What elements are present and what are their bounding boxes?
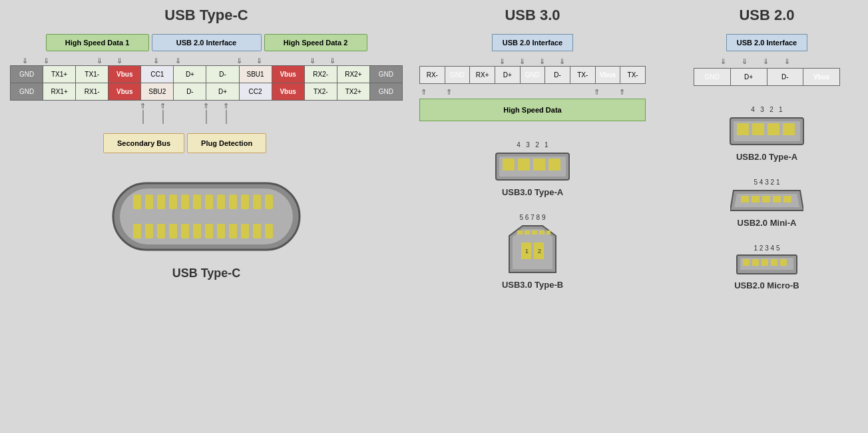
usb30-pin-rxp: RX+ [470,67,495,84]
svg-rect-21 [145,195,153,209]
usb30-typea-pin-numbers: 4 3 2 1 [517,141,548,149]
svg-rect-26 [205,195,213,209]
svg-text:⇓: ⇓ [329,57,335,65]
usb20-section: USB 2.0 USB 2.0 Interface ⇓ ⇓ ⇓ ⇓ GND D+… [652,7,868,426]
svg-rect-20 [133,195,141,209]
svg-text:1: 1 [525,248,529,254]
usb20-typea-connector: 4 3 2 1 USB2.0 Type-A [727,106,807,162]
pin-vbus-4: Vbus [272,83,304,101]
svg-text:⇓: ⇓ [236,57,242,65]
svg-text:⇓: ⇓ [175,57,181,65]
svg-rect-76 [752,123,764,135]
svg-text:⇓: ⇓ [763,57,769,65]
usb30-typea-svg [493,150,572,183]
svg-rect-84 [773,196,781,203]
svg-rect-88 [743,259,750,266]
svg-rect-75 [737,123,749,135]
usb20-arrows-top: ⇓ ⇓ ⇓ ⇓ [694,54,840,66]
pin-gnd-1: GND [11,66,43,83]
svg-text:⇓: ⇓ [153,57,159,65]
usb30-hs-label: High Speed Data [419,99,646,121]
pin-gnd-2: GND [369,66,402,83]
usb30-arrows-bottom: ⇑ ⇑ ⇑ ⇑ [419,84,646,99]
usb30-pin-txp: TX- [620,67,646,84]
svg-rect-30 [253,195,261,209]
svg-rect-85 [783,196,791,203]
svg-rect-89 [752,259,759,266]
usb30-pin-table: RX- GND RX+ D+ GND D- TX- Vbus TX- [419,66,646,84]
typec-connector-label: USB Type-C [172,266,241,280]
pin-gnd-4: GND [369,83,402,101]
typec-pin-row1: GND TX1+ TX1- Vbus CC1 D+ D- SBU1 Vbus R… [11,66,403,83]
pin-vbus-3: Vbus [108,83,141,101]
pin-dp-1: D+ [174,66,206,83]
usb30-title: USB 3.0 [505,7,560,24]
svg-text:⇓: ⇓ [519,57,525,65]
usb20-title: USB 2.0 [739,7,794,24]
svg-rect-91 [771,259,777,266]
usb20-pin-row: GND D+ D- Vbus [694,69,840,86]
usb30-pin-gnd2: GND [520,67,545,84]
typec-connector-svg [107,173,306,260]
pin-cc2: CC2 [239,83,272,101]
usb20-pin-wrapper: USB 2.0 Interface ⇓ ⇓ ⇓ ⇓ GND D+ D- Vbus [694,34,840,86]
svg-rect-62 [532,230,537,234]
usb20-microb-pin-numbers: 1 2 3 4 5 [754,244,780,252]
svg-text:2: 2 [538,248,541,254]
usb20-minia-pin-numbers: 5 4 3 2 1 [754,179,780,186]
svg-rect-92 [780,259,787,266]
usb20-minia-connector: 5 4 3 2 1 USB2.0 Mini-A [730,179,803,228]
typec-arrows-bottom: ⇑ ⇑ ⇑ ⇑ [10,101,403,131]
svg-rect-31 [265,195,273,209]
typec-connector-container: USB Type-C [107,173,306,280]
usb20-microb-name: USB2.0 Micro-B [734,280,799,290]
usb30-typea-connector: 4 3 2 1 USB3.0 Type-A [493,141,572,197]
pin-rx2p: RX2+ [337,66,369,83]
svg-marker-59 [513,229,552,269]
svg-rect-42 [253,224,261,238]
usb30-pin-dp: D+ [495,67,520,84]
svg-rect-54 [503,159,515,171]
pin-dp-2: D+ [206,83,239,101]
pin-cc1: CC1 [141,66,174,83]
svg-text:⇓: ⇓ [742,57,748,65]
svg-text:⇓: ⇓ [784,57,790,65]
usb30-pin-dm: D- [545,67,570,84]
svg-text:⇓: ⇓ [43,57,49,65]
pin-dm-2: D- [174,83,206,101]
svg-rect-29 [241,195,249,209]
pin-gnd-3: GND [11,83,43,101]
usb30-pin-vbus: Vbus [595,67,620,84]
pin-rx2m: RX2- [304,66,337,83]
svg-text:⇑: ⇑ [140,102,146,110]
svg-text:⇓: ⇓ [720,57,726,65]
secondary-bus-label: Secondary Bus [103,133,184,153]
svg-rect-25 [193,195,201,209]
usb30-pin-gnd1: GND [445,67,470,84]
svg-rect-23 [169,195,177,209]
svg-rect-34 [157,224,165,238]
usb20-pin-vbus: Vbus [803,69,840,86]
usb30-pin-txm: TX- [570,67,595,84]
svg-rect-22 [157,195,165,209]
svg-rect-78 [783,123,795,135]
pin-sbu1: SBU1 [239,66,272,83]
usb30-pin-row: RX- GND RX+ D+ GND D- TX- Vbus TX- [420,67,646,84]
pin-tx2p: TX2+ [337,83,369,101]
svg-rect-35 [169,224,177,238]
pin-rx1p: RX1+ [43,83,76,101]
usb30-arrows-top: ⇓ ⇓ ⇓ ⇓ [419,54,646,66]
usb20-interface-label: USB 2.0 Interface [726,34,807,51]
svg-rect-56 [533,159,545,171]
svg-text:⇑: ⇑ [446,88,452,96]
svg-rect-40 [229,224,237,238]
svg-rect-90 [761,259,768,266]
usb20-minia-name: USB2.0 Mini-A [738,218,797,228]
svg-rect-37 [193,224,201,238]
usb30-pin-wrapper: USB 2.0 Interface ⇓ ⇓ ⇓ ⇓ RX- GND RX+ D+… [419,34,646,121]
usb20-pin-dm: D- [767,69,803,86]
pin-tx1m: TX1- [76,66,108,83]
usb20-typea-svg [727,115,807,148]
svg-text:⇑: ⇑ [619,88,625,96]
pin-vbus-1: Vbus [108,66,141,83]
